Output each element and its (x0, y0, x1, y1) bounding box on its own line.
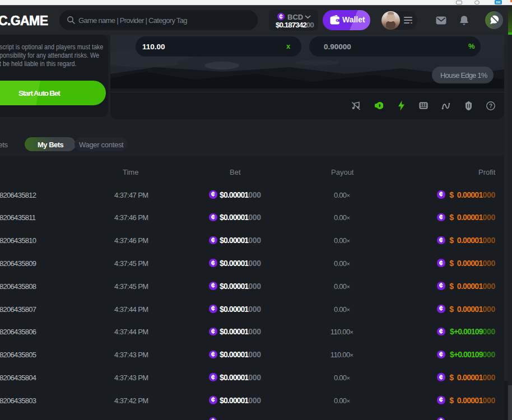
svg-text:?: ? (489, 103, 492, 109)
